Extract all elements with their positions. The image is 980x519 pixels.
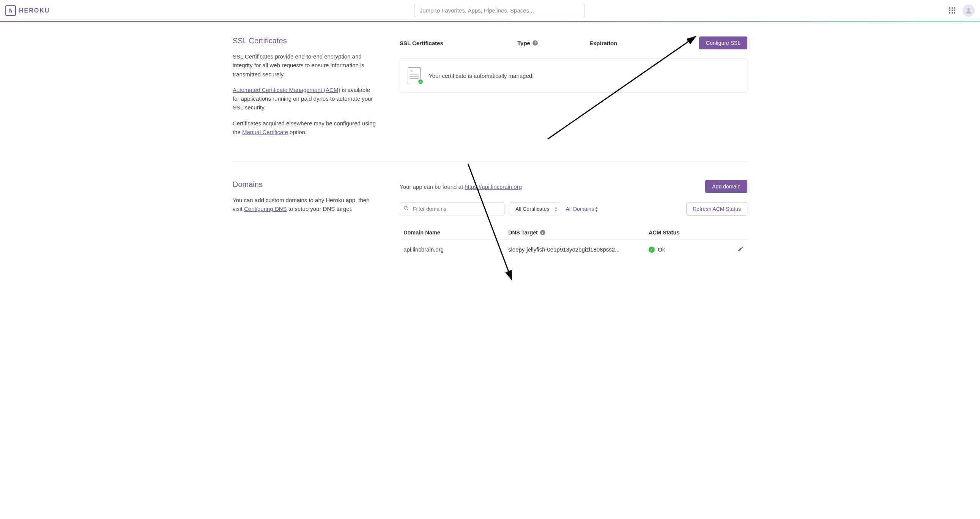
ssl-col-certificates: SSL Certificates bbox=[400, 40, 517, 46]
configuring-dns-link[interactable]: Configuring DNS bbox=[244, 206, 287, 212]
ssl-desc-3: Certificates acquired elsewhere may be c… bbox=[233, 119, 377, 137]
avatar[interactable] bbox=[963, 5, 975, 17]
cert-status-box: ✎ ✓ Your certificate is automatically ma… bbox=[400, 59, 747, 93]
chevron-updown-icon: ▴▾ bbox=[555, 206, 557, 212]
th-acm-status: ACM Status bbox=[649, 230, 743, 236]
chevron-updown-icon: ▴▾ bbox=[595, 206, 597, 212]
add-domain-button[interactable]: Add domain bbox=[705, 180, 747, 193]
svg-line-2 bbox=[407, 209, 408, 211]
domains-section: Domains You can add custom domains to an… bbox=[233, 161, 747, 277]
svg-point-0 bbox=[967, 8, 970, 11]
ssl-col-expiration: Expiration bbox=[589, 40, 699, 46]
configure-ssl-button[interactable]: Configure SSL bbox=[699, 37, 747, 50]
top-bar: HEROKU bbox=[0, 0, 980, 21]
acm-link[interactable]: Automated Certificate Management (ACM) bbox=[233, 86, 340, 93]
th-domain-name: Domain Name bbox=[404, 230, 508, 236]
brand-text: HEROKU bbox=[19, 7, 50, 14]
logo[interactable]: HEROKU bbox=[5, 5, 50, 16]
th-dns-target: DNS Targeti bbox=[508, 230, 649, 236]
domains-table-header: Domain Name DNS Targeti ACM Status bbox=[400, 226, 747, 240]
refresh-acm-button[interactable]: Refresh ACM Status bbox=[686, 202, 747, 216]
global-search-input[interactable] bbox=[414, 4, 585, 17]
filter-domains-input[interactable] bbox=[400, 203, 504, 216]
app-url-text: Your app can be found at https://api.lin… bbox=[400, 184, 522, 190]
ssl-desc-1: SSL Certificates provide end-to-end encr… bbox=[233, 52, 377, 79]
ssl-section-title: SSL Certificates bbox=[233, 37, 377, 45]
domains-desc: You can add custom domains to any Heroku… bbox=[233, 196, 377, 214]
acm-status-cell: Ok bbox=[658, 246, 665, 253]
domain-name-cell: api.lincbrain.org bbox=[404, 246, 508, 253]
certificates-select[interactable]: All Certificates ▴▾ bbox=[510, 203, 560, 216]
all-domains-filter[interactable]: All Domains ▴▾ bbox=[566, 206, 597, 212]
dns-target-cell: sleepy-jellyfish-0e1p913yo2bgizl1808pss2… bbox=[508, 246, 649, 253]
apps-grid-icon[interactable] bbox=[949, 7, 956, 14]
domains-section-title: Domains bbox=[233, 180, 377, 189]
search-icon bbox=[404, 206, 409, 212]
svg-point-1 bbox=[404, 206, 407, 209]
info-icon[interactable]: i bbox=[540, 230, 546, 235]
manual-cert-link[interactable]: Manual Certificate bbox=[242, 129, 288, 135]
ssl-section: SSL Certificates SSL Certificates provid… bbox=[233, 37, 747, 161]
app-url-link[interactable]: https://api.lincbrain.org bbox=[465, 184, 522, 190]
ssl-col-type: Typei bbox=[517, 40, 589, 46]
certificate-icon: ✎ ✓ bbox=[408, 67, 422, 84]
heroku-logo-icon bbox=[5, 5, 16, 16]
edit-icon[interactable] bbox=[737, 246, 743, 253]
table-row: api.lincbrain.org sleepy-jellyfish-0e1p9… bbox=[400, 240, 747, 259]
info-icon[interactable]: i bbox=[533, 40, 538, 46]
check-icon: ✓ bbox=[649, 247, 655, 253]
ssl-desc-2: Automated Certificate Management (ACM) i… bbox=[233, 86, 377, 112]
cert-status-text: Your certificate is automatically manage… bbox=[429, 73, 534, 79]
